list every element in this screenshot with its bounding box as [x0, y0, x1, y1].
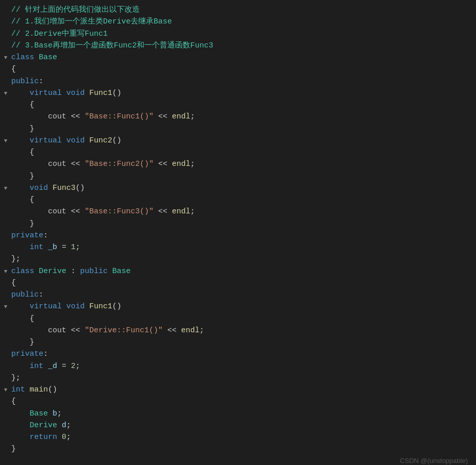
code-text: public: [9, 76, 476, 87]
code-text: // 3.Base再增加一个虚函数Func2和一个普通函数Func3 [9, 40, 476, 52]
code-line: ▼class Derive : public Base [0, 265, 476, 277]
code-token [62, 136, 66, 145]
code-text: cout << "Base::Func3()" << endl; [9, 206, 476, 217]
code-token: 0 [62, 433, 66, 442]
code-token: endl [181, 326, 199, 335]
code-token [57, 433, 62, 442]
code-text: virtual void Func2() [9, 135, 476, 146]
code-text: { [9, 194, 476, 206]
code-line: { [0, 63, 476, 75]
code-token: main [30, 385, 48, 394]
code-token: } [11, 445, 16, 453]
code-token: } [11, 219, 34, 228]
code-token [11, 112, 48, 121]
code-token [25, 385, 30, 394]
code-text: int main() [9, 384, 476, 396]
code-token: class [11, 53, 39, 62]
code-token: public [11, 290, 39, 299]
code-token: int [30, 362, 43, 371]
code-token [11, 136, 30, 145]
code-token: = [57, 362, 71, 371]
code-token: { [11, 397, 16, 406]
code-token: // 2.Derive中重写Func1 [11, 30, 108, 38]
code-text: class Base [9, 52, 476, 63]
code-token: Func3 [53, 184, 76, 192]
code-line: cout << "Base::Func1()" << endl; [0, 111, 476, 123]
code-token [11, 160, 48, 168]
code-line: Derive d; [0, 420, 476, 431]
code-token: { [11, 148, 34, 157]
code-line: private: [0, 348, 476, 360]
code-token: int [11, 385, 25, 394]
code-token: class [11, 267, 39, 276]
watermark: CSDN @(unstoppable) [400, 456, 468, 465]
code-token: Func1 [89, 89, 112, 97]
code-token [43, 243, 48, 252]
code-line: // 2.Derive中重写Func1 [0, 28, 476, 40]
code-token: _b [48, 243, 57, 252]
code-text: { [9, 313, 476, 325]
code-token: ; [76, 362, 80, 371]
code-token: virtual [30, 136, 62, 145]
code-line: } [0, 218, 476, 230]
code-token: ; [190, 112, 195, 121]
code-token: : [43, 350, 48, 358]
code-line: private: [0, 230, 476, 241]
code-token: b [53, 409, 57, 418]
code-text: cout << "Base::Func2()" << endl; [9, 158, 476, 170]
code-token: Base [30, 409, 48, 418]
code-token: // 1.我们增加一个派生类Derive去继承Base [11, 17, 172, 26]
code-text: // 1.我们增加一个派生类Derive去继承Base [9, 16, 476, 28]
code-token: "Base::Func2()" [85, 160, 154, 168]
code-text: // 2.Derive中重写Func1 [9, 28, 476, 40]
code-token: << [154, 112, 172, 121]
code-line: public: [0, 76, 476, 87]
code-token [11, 207, 48, 216]
code-text: cout << "Derive::Func1()" << endl; [9, 325, 476, 336]
fold-indicator[interactable]: ▼ [2, 386, 9, 395]
fold-indicator[interactable]: ▼ [2, 184, 9, 193]
code-text: Base b; [9, 408, 476, 420]
code-line: { [0, 277, 476, 289]
fold-indicator[interactable]: ▼ [2, 89, 9, 98]
code-token: << [66, 207, 85, 216]
code-token: 2 [71, 362, 76, 371]
code-token: endl [172, 207, 190, 216]
code-line: { [0, 146, 476, 158]
code-token: virtual [30, 302, 62, 311]
code-token: Derive [30, 421, 57, 430]
code-token: << [66, 160, 85, 168]
fold-indicator[interactable]: ▼ [2, 54, 9, 62]
code-line: { [0, 313, 476, 325]
code-token: return [30, 433, 57, 442]
code-line: } [0, 170, 476, 182]
code-token [108, 267, 112, 276]
code-token [11, 184, 30, 192]
code-token: () [112, 136, 121, 145]
code-token: void [66, 89, 85, 97]
code-line: cout << "Base::Func2()" << endl; [0, 158, 476, 170]
code-token: // 3.Base再增加一个虚函数Func2和一个普通函数Func3 [11, 41, 213, 50]
code-token: Base [39, 53, 57, 62]
code-text: class Derive : public Base [9, 265, 476, 277]
code-token: << [66, 112, 85, 121]
code-token: ; [57, 409, 62, 418]
code-token [85, 136, 89, 145]
code-text: cout << "Base::Func1()" << endl; [9, 111, 476, 123]
fold-indicator[interactable]: ▼ [2, 303, 9, 311]
code-text: // 针对上面的代码我们做出以下改造 [9, 4, 476, 16]
code-token [85, 302, 89, 311]
code-line: Base b; [0, 408, 476, 420]
code-token: }; [11, 255, 20, 263]
fold-indicator[interactable]: ▼ [2, 267, 9, 276]
code-token [11, 243, 30, 252]
code-text: private: [9, 348, 476, 360]
code-token: { [11, 195, 34, 204]
code-token: public [80, 267, 108, 276]
code-token [43, 362, 48, 371]
code-token: private [11, 350, 43, 358]
code-token: void [66, 302, 85, 311]
code-line: { [0, 194, 476, 206]
fold-indicator[interactable]: ▼ [2, 137, 9, 145]
code-text: int _b = 1; [9, 241, 476, 253]
